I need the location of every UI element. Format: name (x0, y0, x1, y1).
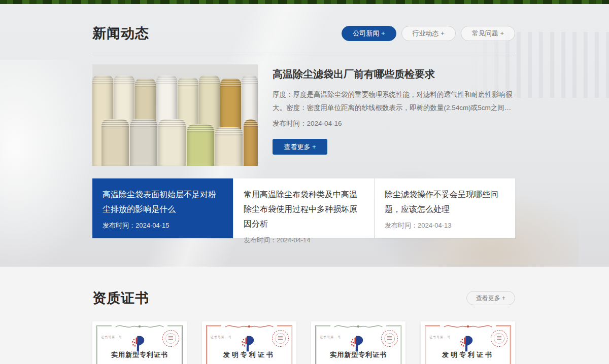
news-card[interactable]: 常用高温除尘布袋种类及中高温除尘布袋使用过程中多种损坏原因分析 发布时间：202… (233, 178, 374, 238)
filter-bag (158, 119, 186, 166)
tab-faq[interactable]: 常见问题 + (461, 26, 515, 41)
certificates-section: 资质证书 查看更多 + 证书号第…号 (0, 267, 609, 364)
news-tabs: 公司新闻 + 行业动态 + 常见问题 + (342, 26, 515, 41)
patent-office-logo-icon (240, 336, 255, 352)
filter-bag (215, 127, 243, 166)
background-blur-shape (0, 60, 101, 267)
certificate-seal-icon (491, 330, 507, 347)
certificate-border: 证书号第…号 实用新型专利证书 (96, 325, 183, 364)
featured-news-title[interactable]: 高温除尘滤袋出厂前有哪些质检要求 (273, 67, 515, 81)
news-card-list: 高温除尘袋表面初始层不足对粉尘排放的影响是什么 发布时间：2024-04-15 … (92, 178, 515, 238)
hero-trees-strip (0, 0, 609, 4)
featured-article: 高温除尘滤袋出厂前有哪些质检要求 厚度：厚度是高温除尘袋的重要物理系统性能，对滤… (92, 64, 515, 166)
certificate-title: 发明专利证书 (207, 350, 292, 359)
news-header: 新闻动态 公司新闻 + 行业动态 + 常见问题 + (92, 4, 515, 44)
certificate-seal-icon (272, 330, 289, 347)
featured-news-image[interactable] (92, 64, 258, 166)
news-card[interactable]: 高温除尘袋表面初始层不足对粉尘排放的影响是什么 发布时间：2024-04-15 (92, 178, 233, 238)
certificates-header: 资质证书 查看更多 + (92, 267, 515, 308)
certificates-more-button[interactable]: 查看更多 + (466, 291, 515, 305)
certificate-border: 证书号第…号 发明专利证书 (206, 325, 292, 364)
certificate-garland-ornament (221, 323, 277, 330)
tab-industry-news[interactable]: 行业动态 + (401, 26, 456, 41)
certificate-seal-icon (162, 330, 179, 347)
tab-company-news[interactable]: 公司新闻 + (342, 26, 396, 41)
news-card-title: 高温除尘袋表面初始层不足对粉尘排放的影响是什么 (103, 187, 223, 216)
certificate-garland-ornament (330, 323, 386, 330)
patent-office-logo-icon (350, 336, 365, 352)
certificates-section-title: 资质证书 (92, 288, 149, 308)
news-card-title: 常用高温除尘布袋种类及中高温除尘布袋使用过程中多种损坏原因分析 (244, 187, 364, 231)
certificate-number: 证书号第…号 (320, 335, 341, 340)
news-card[interactable]: 除尘滤袋操作不妥会呈现哪些问题，应该怎么处理 发布时间：2024-04-13 (375, 178, 515, 238)
certificate-card[interactable]: 证书号第…号 实用新型专利证书 (92, 321, 187, 364)
certificate-garland-ornament (440, 323, 496, 330)
news-card-date: 发布时间：2024-04-15 (103, 221, 223, 230)
certificate-title: 发明专利证书 (425, 350, 511, 359)
certificate-border: 证书号第…号 实用新型专利证书 (315, 325, 401, 364)
news-section: 新闻动态 公司新闻 + 行业动态 + 常见问题 + (0, 4, 609, 267)
news-section-title: 新闻动态 (92, 23, 149, 44)
featured-news-excerpt: 厚度：厚度是高温除尘袋的重要物理系统性能，对滤料的透气性和耐磨性影响很大。密度：… (273, 88, 515, 115)
certificate-number: 证书号第…号 (101, 335, 122, 340)
certificate-card[interactable]: 证书号第…号 发明专利证书 (421, 321, 515, 364)
patent-office-logo-icon (459, 336, 475, 352)
certificate-list: 证书号第…号 实用新型专利证书 (92, 321, 515, 364)
certificate-card[interactable]: 证书号第…号 实用新型专利证书 (311, 321, 405, 364)
patent-office-logo-icon (131, 336, 146, 352)
filter-bag (101, 119, 129, 166)
certificate-border: 证书号第…号 发明专利证书 (425, 325, 511, 364)
header-divider (92, 53, 515, 53)
certificate-garland-ornament (112, 323, 167, 330)
filter-bag (187, 124, 214, 166)
news-card-date: 发布时间：2024-04-14 (244, 236, 364, 245)
filter-bag (244, 119, 258, 166)
certificate-seal-icon (381, 330, 398, 347)
certificate-title: 实用新型专利证书 (97, 350, 182, 359)
certificate-number: 证书号第…号 (429, 335, 451, 340)
featured-article-content: 高温除尘滤袋出厂前有哪些质检要求 厚度：厚度是高温除尘袋的重要物理系统性能，对滤… (273, 64, 515, 166)
certificate-title: 实用新型专利证书 (316, 350, 401, 359)
featured-more-button[interactable]: 查看更多 + (273, 139, 327, 155)
certificate-number: 证书号第…号 (211, 335, 232, 340)
page: 新闻动态 公司新闻 + 行业动态 + 常见问题 + (0, 0, 609, 364)
news-card-date: 发布时间：2024-04-13 (385, 221, 505, 230)
filter-bag (130, 119, 157, 166)
featured-news-date: 发布时间：2024-04-16 (273, 119, 515, 128)
news-card-title: 除尘滤袋操作不妥会呈现哪些问题，应该怎么处理 (385, 187, 505, 216)
certificate-card[interactable]: 证书号第…号 发明专利证书 (202, 321, 296, 364)
